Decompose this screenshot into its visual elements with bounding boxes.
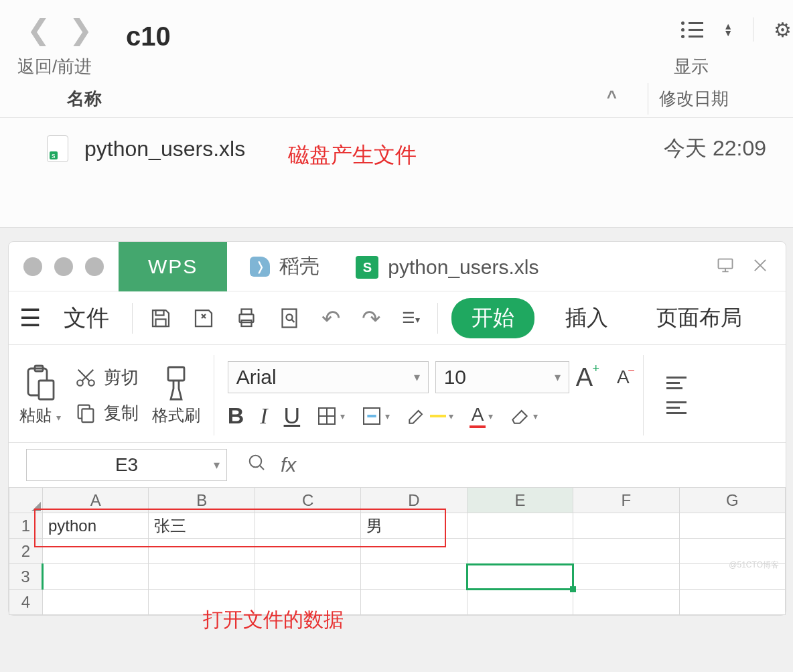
dropdown-toggle-icon[interactable]: ☰▾: [398, 310, 424, 327]
cell-D1[interactable]: 男: [361, 513, 467, 539]
cell-A3[interactable]: [43, 564, 149, 590]
row-header-2[interactable]: 2: [9, 539, 43, 564]
cell-G4[interactable]: [679, 590, 785, 615]
cell-C1[interactable]: [255, 513, 360, 539]
row-header-4[interactable]: 4: [9, 590, 43, 615]
menu-icon[interactable]: ☰: [19, 304, 41, 332]
minimize-dot-icon[interactable]: [54, 257, 73, 276]
list-view-icon[interactable]: [681, 21, 703, 38]
col-header-C[interactable]: C: [255, 488, 360, 513]
divider: [132, 303, 133, 334]
col-header-B[interactable]: B: [149, 488, 255, 513]
forward-arrow-icon[interactable]: ❯: [69, 13, 92, 46]
svg-rect-6: [283, 309, 297, 327]
cell-B2[interactable]: [149, 539, 255, 564]
print-icon[interactable]: [232, 304, 261, 333]
cell-E4[interactable]: [467, 590, 573, 615]
sort-toggle-icon[interactable]: ▲▼: [723, 23, 733, 36]
cell-D3[interactable]: [361, 564, 467, 590]
tab-layout[interactable]: 页面布局: [639, 304, 760, 333]
cell-G1[interactable]: [679, 513, 785, 539]
view-options-icon[interactable]: ⚙: [774, 18, 792, 42]
col-header-A[interactable]: A: [43, 488, 149, 513]
cell-reference-bar: E3 ▾ fx: [9, 443, 786, 487]
menu-file[interactable]: 文件: [54, 303, 119, 334]
annotation-open-data: 打开文件的数据: [203, 606, 344, 634]
border-button[interactable]: ▾: [316, 405, 345, 427]
fill-color-button[interactable]: ▾: [361, 405, 390, 427]
save-as-icon[interactable]: [189, 304, 218, 333]
col-header-E[interactable]: E: [467, 488, 573, 513]
cell-F4[interactable]: [573, 590, 679, 615]
svg-rect-10: [39, 381, 54, 399]
cell-C3[interactable]: [255, 564, 360, 590]
sort-caret-icon[interactable]: ^: [587, 87, 637, 111]
close-tab-icon[interactable]: [751, 256, 770, 277]
cell-A2[interactable]: [43, 539, 149, 564]
format-brush-group[interactable]: 格式刷: [152, 364, 200, 426]
redo-icon[interactable]: ↷: [358, 305, 384, 332]
italic-button[interactable]: I: [260, 403, 267, 429]
preview-icon[interactable]: [275, 304, 304, 333]
font-name-select[interactable]: Arial ▾: [228, 361, 429, 393]
cell-reference-input[interactable]: E3 ▾: [26, 449, 227, 481]
font-size-select[interactable]: 10 ▾: [435, 361, 569, 393]
cut-copy-group: 剪切 复制: [74, 366, 139, 425]
close-dot-icon[interactable]: [23, 257, 42, 276]
spreadsheet-grid[interactable]: A B C D E F G 1 python 张三 男 2: [9, 487, 786, 615]
eraser-button[interactable]: ▾: [509, 405, 538, 427]
font-color-button[interactable]: A ▾: [470, 404, 493, 428]
increase-font-icon[interactable]: A+: [576, 363, 593, 392]
tab-docer[interactable]: ❭ 稻壳: [227, 242, 342, 291]
cell-D4[interactable]: [361, 590, 467, 615]
align-left-icon[interactable]: [666, 401, 687, 414]
cell-F3[interactable]: [573, 564, 679, 590]
back-arrow-icon[interactable]: ❮: [27, 13, 50, 46]
underline-button[interactable]: U: [284, 403, 301, 429]
paste-group[interactable]: 粘贴 ▾: [19, 364, 61, 426]
file-date: 今天 22:09: [659, 134, 766, 163]
cut-button[interactable]: 剪切: [74, 366, 139, 389]
select-all-corner[interactable]: [9, 488, 43, 513]
cell-C2[interactable]: [255, 539, 360, 564]
paste-label: 粘贴: [19, 406, 52, 424]
present-icon[interactable]: [716, 256, 735, 277]
caret-icon: ▾: [56, 412, 61, 423]
fx-label[interactable]: fx: [281, 454, 296, 476]
save-icon[interactable]: [146, 304, 175, 333]
svg-rect-5: [242, 320, 252, 326]
cell-E1[interactable]: [467, 513, 573, 539]
decrease-font-icon[interactable]: A−: [617, 366, 630, 388]
tab-document[interactable]: S python_users.xls: [342, 242, 552, 291]
col-header-F[interactable]: F: [573, 488, 679, 513]
cell-A1[interactable]: python: [43, 513, 149, 539]
col-header-D[interactable]: D: [361, 488, 467, 513]
col-header-G[interactable]: G: [679, 488, 785, 513]
tab-wps[interactable]: WPS: [119, 242, 227, 291]
bold-button[interactable]: B: [228, 403, 244, 429]
cell-B1[interactable]: 张三: [149, 513, 255, 539]
svg-rect-0: [719, 259, 733, 268]
row-header-3[interactable]: 3: [9, 564, 43, 590]
undo-icon[interactable]: ↶: [317, 305, 344, 332]
copy-button[interactable]: 复制: [74, 401, 139, 425]
cell-F2[interactable]: [573, 539, 679, 564]
cell-A4[interactable]: [43, 590, 149, 615]
modified-column[interactable]: 修改日期: [659, 87, 766, 111]
cell-E3[interactable]: [467, 564, 573, 590]
divider: [643, 355, 644, 435]
tab-start[interactable]: 开始: [451, 298, 534, 338]
zoom-dot-icon[interactable]: [85, 257, 104, 276]
cell-E2[interactable]: [467, 539, 573, 564]
name-column[interactable]: 名称: [67, 87, 587, 111]
highlight-button[interactable]: ▾: [406, 405, 453, 427]
tab-insert[interactable]: 插入: [548, 304, 626, 333]
cell-F1[interactable]: [573, 513, 679, 539]
row-header-1[interactable]: 1: [9, 513, 43, 539]
brush-label: 格式刷: [152, 405, 200, 426]
zoom-search-icon[interactable]: [247, 453, 267, 478]
cell-B3[interactable]: [149, 564, 255, 590]
align-top-icon[interactable]: [666, 377, 687, 389]
divider: [753, 17, 753, 42]
cell-D2[interactable]: [361, 539, 467, 564]
